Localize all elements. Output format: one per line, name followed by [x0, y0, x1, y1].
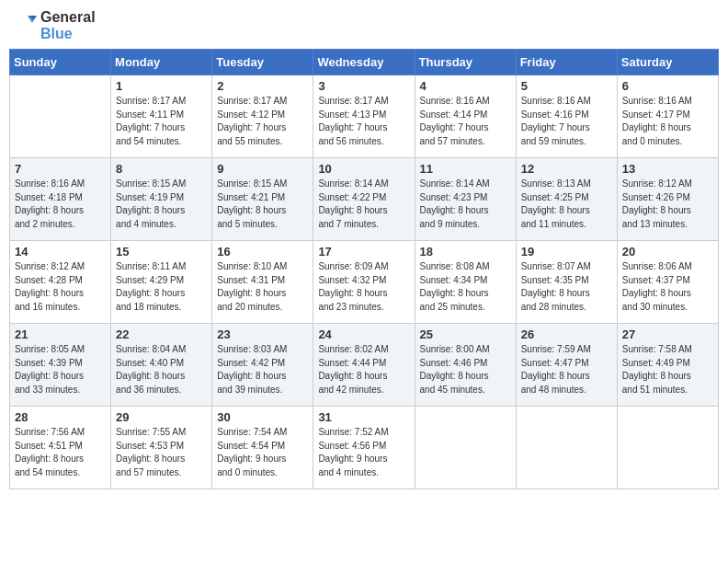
calendar-day-cell: 5Sunrise: 8:16 AM Sunset: 4:16 PM Daylig… — [516, 75, 617, 158]
calendar-day-cell: 7Sunrise: 8:16 AM Sunset: 4:18 PM Daylig… — [10, 158, 111, 241]
weekday-header-tuesday: Tuesday — [212, 50, 313, 75]
day-info: Sunrise: 7:55 AM Sunset: 4:53 PM Dayligh… — [116, 426, 207, 479]
weekday-header-monday: Monday — [111, 50, 212, 75]
calendar-day-cell: 17Sunrise: 8:09 AM Sunset: 4:32 PM Dayli… — [313, 241, 415, 324]
day-number: 31 — [318, 410, 409, 424]
weekday-header-thursday: Thursday — [415, 50, 516, 75]
day-info: Sunrise: 8:17 AM Sunset: 4:11 PM Dayligh… — [116, 95, 207, 148]
day-info: Sunrise: 8:02 AM Sunset: 4:44 PM Dayligh… — [318, 343, 409, 396]
day-info: Sunrise: 8:17 AM Sunset: 4:12 PM Dayligh… — [217, 95, 308, 148]
logo-general-text: General — [40, 9, 96, 25]
day-number: 14 — [15, 245, 106, 259]
day-info: Sunrise: 8:14 AM Sunset: 4:23 PM Dayligh… — [420, 178, 511, 231]
day-number: 8 — [116, 162, 207, 176]
day-number: 3 — [318, 79, 409, 93]
calendar-day-cell: 1Sunrise: 8:17 AM Sunset: 4:11 PM Daylig… — [111, 75, 212, 158]
day-number: 16 — [217, 245, 308, 259]
calendar-week-row: 1Sunrise: 8:17 AM Sunset: 4:11 PM Daylig… — [10, 75, 719, 158]
calendar-table: SundayMondayTuesdayWednesdayThursdayFrid… — [9, 49, 719, 489]
day-info: Sunrise: 8:05 AM Sunset: 4:39 PM Dayligh… — [15, 343, 106, 396]
day-number: 9 — [217, 162, 308, 176]
day-info: Sunrise: 7:56 AM Sunset: 4:51 PM Dayligh… — [15, 426, 106, 479]
day-info: Sunrise: 8:00 AM Sunset: 4:46 PM Dayligh… — [420, 343, 511, 396]
day-number: 17 — [318, 245, 409, 259]
calendar-day-cell: 20Sunrise: 8:06 AM Sunset: 4:37 PM Dayli… — [617, 241, 718, 324]
calendar-week-row: 21Sunrise: 8:05 AM Sunset: 4:39 PM Dayli… — [10, 324, 719, 407]
day-info: Sunrise: 8:07 AM Sunset: 4:35 PM Dayligh… — [521, 260, 612, 314]
day-info: Sunrise: 8:13 AM Sunset: 4:25 PM Dayligh… — [521, 178, 612, 231]
day-number: 11 — [420, 162, 511, 176]
day-info: Sunrise: 7:59 AM Sunset: 4:47 PM Dayligh… — [521, 343, 612, 396]
day-number: 7 — [15, 162, 106, 176]
calendar-day-cell: 29Sunrise: 7:55 AM Sunset: 4:53 PM Dayli… — [111, 407, 212, 489]
calendar-day-cell: 28Sunrise: 7:56 AM Sunset: 4:51 PM Dayli… — [10, 407, 111, 489]
day-number: 18 — [420, 245, 511, 259]
day-info: Sunrise: 8:16 AM Sunset: 4:14 PM Dayligh… — [420, 95, 511, 148]
weekday-header-sunday: Sunday — [10, 50, 111, 75]
day-number: 23 — [217, 327, 308, 341]
day-info: Sunrise: 8:17 AM Sunset: 4:13 PM Dayligh… — [318, 95, 409, 148]
calendar-day-cell: 8Sunrise: 8:15 AM Sunset: 4:19 PM Daylig… — [111, 158, 212, 241]
calendar-day-cell: 10Sunrise: 8:14 AM Sunset: 4:22 PM Dayli… — [313, 158, 415, 241]
day-number: 26 — [521, 327, 612, 341]
day-info: Sunrise: 7:58 AM Sunset: 4:49 PM Dayligh… — [622, 343, 713, 396]
weekday-header-saturday: Saturday — [617, 50, 718, 75]
day-number: 15 — [116, 245, 207, 259]
page-header: General Blue — [9, 9, 719, 41]
calendar-week-row: 7Sunrise: 8:16 AM Sunset: 4:18 PM Daylig… — [10, 158, 719, 241]
calendar-day-cell: 19Sunrise: 8:07 AM Sunset: 4:35 PM Dayli… — [516, 241, 617, 324]
calendar-day-cell: 6Sunrise: 8:16 AM Sunset: 4:17 PM Daylig… — [617, 75, 718, 158]
calendar-day-cell — [617, 407, 718, 489]
day-number: 4 — [420, 79, 511, 93]
day-number: 22 — [116, 327, 207, 341]
calendar-day-cell: 31Sunrise: 7:52 AM Sunset: 4:56 PM Dayli… — [313, 407, 415, 489]
day-number: 20 — [622, 245, 713, 259]
calendar-day-cell: 4Sunrise: 8:16 AM Sunset: 4:14 PM Daylig… — [415, 75, 516, 158]
day-info: Sunrise: 8:12 AM Sunset: 4:26 PM Dayligh… — [622, 178, 713, 231]
day-number: 25 — [420, 327, 511, 341]
day-number: 2 — [217, 79, 308, 93]
calendar-day-cell: 22Sunrise: 8:04 AM Sunset: 4:40 PM Dayli… — [111, 324, 212, 407]
calendar-day-cell — [415, 407, 516, 489]
calendar-week-row: 14Sunrise: 8:12 AM Sunset: 4:28 PM Dayli… — [10, 241, 719, 324]
weekday-header-wednesday: Wednesday — [313, 50, 415, 75]
calendar-day-cell: 16Sunrise: 8:10 AM Sunset: 4:31 PM Dayli… — [212, 241, 313, 324]
calendar-day-cell: 21Sunrise: 8:05 AM Sunset: 4:39 PM Dayli… — [10, 324, 111, 407]
day-info: Sunrise: 8:16 AM Sunset: 4:16 PM Dayligh… — [521, 95, 612, 148]
calendar-day-cell: 25Sunrise: 8:00 AM Sunset: 4:46 PM Dayli… — [415, 324, 516, 407]
calendar-day-cell: 12Sunrise: 8:13 AM Sunset: 4:25 PM Dayli… — [516, 158, 617, 241]
day-number: 29 — [116, 410, 207, 424]
weekday-header-row: SundayMondayTuesdayWednesdayThursdayFrid… — [10, 50, 719, 75]
day-number: 24 — [318, 327, 409, 341]
calendar-day-cell: 13Sunrise: 8:12 AM Sunset: 4:26 PM Dayli… — [617, 158, 718, 241]
day-info: Sunrise: 8:15 AM Sunset: 4:21 PM Dayligh… — [217, 178, 308, 231]
day-number: 13 — [622, 162, 713, 176]
calendar-day-cell: 18Sunrise: 8:08 AM Sunset: 4:34 PM Dayli… — [415, 241, 516, 324]
day-info: Sunrise: 8:15 AM Sunset: 4:19 PM Dayligh… — [116, 178, 207, 231]
day-number: 1 — [116, 79, 207, 93]
day-info: Sunrise: 8:11 AM Sunset: 4:29 PM Dayligh… — [116, 260, 207, 314]
calendar-day-cell — [10, 75, 111, 158]
day-info: Sunrise: 8:08 AM Sunset: 4:34 PM Dayligh… — [420, 260, 511, 314]
calendar-week-row: 28Sunrise: 7:56 AM Sunset: 4:51 PM Dayli… — [10, 407, 719, 489]
day-info: Sunrise: 8:03 AM Sunset: 4:42 PM Dayligh… — [217, 343, 308, 396]
calendar-day-cell: 15Sunrise: 8:11 AM Sunset: 4:29 PM Dayli… — [111, 241, 212, 324]
day-number: 28 — [15, 410, 106, 424]
calendar-day-cell: 14Sunrise: 8:12 AM Sunset: 4:28 PM Dayli… — [10, 241, 111, 324]
day-info: Sunrise: 8:16 AM Sunset: 4:17 PM Dayligh… — [622, 95, 713, 148]
day-info: Sunrise: 7:52 AM Sunset: 4:56 PM Dayligh… — [318, 426, 409, 479]
calendar-day-cell: 11Sunrise: 8:14 AM Sunset: 4:23 PM Dayli… — [415, 158, 516, 241]
logo-blue-text: Blue — [40, 26, 73, 41]
day-number: 21 — [15, 327, 106, 341]
day-info: Sunrise: 7:54 AM Sunset: 4:54 PM Dayligh… — [217, 426, 308, 479]
calendar-day-cell: 26Sunrise: 7:59 AM Sunset: 4:47 PM Dayli… — [516, 324, 617, 407]
calendar-day-cell: 24Sunrise: 8:02 AM Sunset: 4:44 PM Dayli… — [313, 324, 415, 407]
day-number: 5 — [521, 79, 612, 93]
day-info: Sunrise: 8:04 AM Sunset: 4:40 PM Dayligh… — [116, 343, 207, 396]
calendar-day-cell: 27Sunrise: 7:58 AM Sunset: 4:49 PM Dayli… — [617, 324, 718, 407]
calendar-day-cell: 9Sunrise: 8:15 AM Sunset: 4:21 PM Daylig… — [212, 158, 313, 241]
calendar-day-cell: 30Sunrise: 7:54 AM Sunset: 4:54 PM Dayli… — [212, 407, 313, 489]
calendar-day-cell: 2Sunrise: 8:17 AM Sunset: 4:12 PM Daylig… — [212, 75, 313, 158]
day-info: Sunrise: 8:12 AM Sunset: 4:28 PM Dayligh… — [15, 260, 106, 314]
logo: General Blue — [9, 9, 96, 41]
